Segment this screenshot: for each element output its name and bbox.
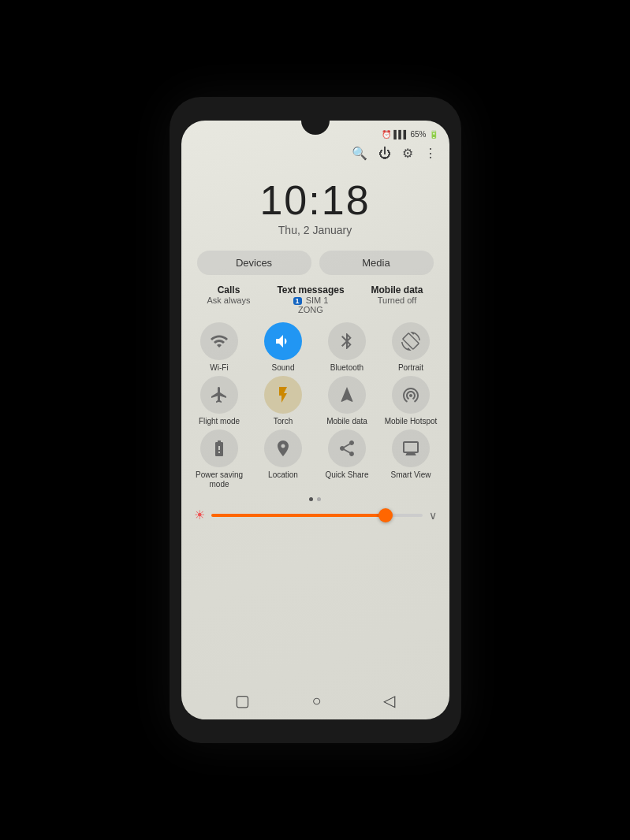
tile-label-wifi: Wi-Fi	[210, 363, 228, 373]
tile-circle-quickshare	[328, 429, 366, 467]
text-info: Text messages 1 SIM 1 ZONG	[277, 284, 344, 314]
tile-mobiledata[interactable]: ↕ Mobile data	[317, 376, 378, 426]
date-display: Thu, 2 January	[181, 224, 449, 236]
tile-circle-torch	[264, 376, 302, 414]
tile-portrait[interactable]: Portrait	[381, 322, 442, 373]
tile-circle-hotspot	[392, 376, 430, 414]
more-options-icon[interactable]: ⋮	[424, 146, 437, 161]
tile-label-mobiledata: Mobile data	[326, 417, 367, 426]
devices-tab[interactable]: Devices	[197, 251, 311, 275]
data-info: Mobile data Turned off	[371, 284, 423, 314]
nav-back-icon[interactable]: ◁	[383, 691, 395, 710]
data-value: Turned off	[371, 295, 423, 305]
tile-circle-location	[264, 429, 302, 467]
tile-torch[interactable]: Torch	[253, 376, 314, 426]
power-icon[interactable]: ⏻	[378, 147, 391, 161]
tile-label-portrait: Portrait	[398, 363, 423, 373]
tile-circle-bluetooth	[328, 322, 366, 360]
tile-location[interactable]: Location	[253, 429, 314, 489]
tile-label-hotspot: Mobile Hotspot	[385, 417, 438, 426]
tile-smartview[interactable]: Smart View	[381, 429, 442, 489]
alarm-icon: ⏰	[382, 130, 391, 139]
search-icon[interactable]: 🔍	[352, 146, 367, 161]
top-icons-row: 🔍 ⏻ ⚙ ⋮	[181, 143, 449, 164]
tile-label-smartview: Smart View	[391, 470, 431, 480]
sim-name: SIM 1	[306, 295, 329, 305]
nav-recents-icon[interactable]: ▢	[235, 691, 250, 710]
brightness-icon: ☀	[194, 507, 205, 522]
nav-bar: ▢ ○ ◁	[181, 685, 449, 719]
carrier-name: ZONG	[298, 305, 323, 314]
tile-label-quickshare: Quick Share	[325, 470, 368, 480]
tile-hotspot[interactable]: Mobile Hotspot	[381, 376, 442, 426]
calls-info: Calls Ask always	[207, 284, 250, 314]
text-sim-value: 1 SIM 1 ZONG	[277, 295, 344, 314]
dot-2	[317, 497, 321, 501]
battery-icon: 🔋	[429, 130, 438, 139]
brightness-slider[interactable]	[211, 514, 423, 517]
tile-wifi[interactable]: Wi-Fi	[189, 322, 250, 373]
text-label: Text messages	[277, 284, 344, 295]
pagination-dots	[181, 492, 449, 504]
tab-row: Devices Media	[181, 243, 449, 280]
clock-display: 10:18	[181, 180, 449, 221]
dot-1	[309, 497, 313, 501]
calls-value: Ask always	[207, 295, 250, 305]
data-label: Mobile data	[371, 284, 423, 295]
settings-icon[interactable]: ⚙	[402, 146, 413, 161]
tile-quickshare[interactable]: Quick Share	[317, 429, 378, 489]
tile-flight[interactable]: Flight mode	[189, 376, 250, 426]
phone-outer: ⏰ ▌▌▌ 65% 🔋 🔍 ⏻ ⚙ ⋮ 10:18 Thu, 2 January…	[170, 97, 461, 743]
tile-label-bluetooth: Bluetooth	[330, 363, 363, 373]
tile-label-flight: Flight mode	[199, 417, 240, 426]
tile-sound[interactable]: Sound	[253, 322, 314, 373]
tile-circle-mobiledata: ↕	[328, 376, 366, 414]
calls-label: Calls	[207, 284, 250, 295]
brightness-thumb[interactable]	[378, 508, 393, 522]
svg-text:↕: ↕	[344, 392, 348, 400]
tile-circle-wifi	[200, 322, 238, 360]
battery-indicator: 65%	[410, 130, 426, 139]
tile-circle-portrait	[392, 322, 430, 360]
tile-circle-powersaving	[200, 429, 238, 467]
tile-label-location: Location	[268, 470, 298, 480]
tile-circle-smartview	[392, 429, 430, 467]
tile-label-torch: Torch	[274, 417, 293, 426]
tile-bluetooth[interactable]: Bluetooth	[317, 322, 378, 373]
tile-circle-flight	[200, 376, 238, 414]
quick-tiles-grid: Wi-Fi Sound Bluetooth Port	[181, 318, 449, 492]
brightness-row: ☀ ∨	[181, 504, 449, 527]
signal-icon: ▌▌▌	[393, 130, 408, 139]
tile-label-powersaving: Power saving mode	[189, 470, 250, 489]
brightness-chevron-icon[interactable]: ∨	[429, 509, 437, 522]
tile-circle-sound	[264, 322, 302, 360]
phone-screen: ⏰ ▌▌▌ 65% 🔋 🔍 ⏻ ⚙ ⋮ 10:18 Thu, 2 January…	[181, 121, 449, 719]
tile-label-sound: Sound	[272, 363, 295, 373]
sim-info-row: Calls Ask always Text messages 1 SIM 1 Z…	[181, 280, 449, 318]
nav-home-icon[interactable]: ○	[311, 692, 321, 710]
sim-badge: 1	[293, 297, 302, 305]
tile-powersaving[interactable]: Power saving mode	[189, 429, 250, 489]
time-section: 10:18 Thu, 2 January	[181, 164, 449, 243]
media-tab[interactable]: Media	[319, 251, 434, 275]
